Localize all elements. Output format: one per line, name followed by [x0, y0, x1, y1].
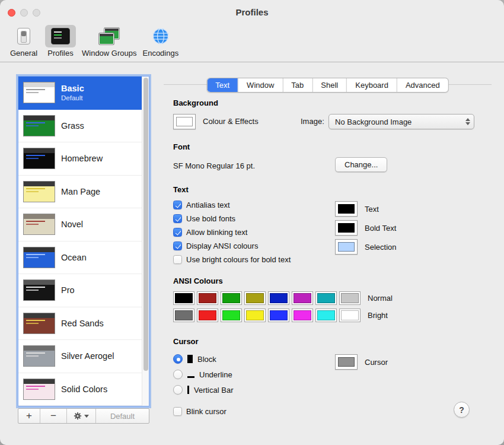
tab-tab[interactable]: Tab [282, 78, 312, 92]
ansi-swatch-normal-0[interactable] [173, 291, 194, 305]
blink-cursor-option[interactable]: Blink cursor [173, 405, 227, 418]
color-well-selection[interactable] [335, 239, 358, 255]
ansi-swatch-color [246, 293, 264, 303]
profile-row-homebrew[interactable]: Homebrew [18, 142, 149, 176]
window-controls [8, 9, 40, 17]
tab-shell[interactable]: Shell [312, 78, 346, 92]
ansi-swatch-bright-7[interactable] [339, 309, 361, 322]
minimize-button[interactable] [20, 9, 28, 17]
radio-button[interactable] [173, 370, 183, 379]
ansi-swatch-bright-5[interactable] [292, 309, 313, 322]
change-font-button[interactable]: Change... [335, 157, 387, 172]
radio-label: Block [197, 355, 216, 364]
tab-text[interactable]: Text [207, 78, 238, 92]
ansi-swatch-bright-1[interactable] [197, 309, 218, 322]
close-button[interactable] [8, 9, 15, 17]
text-checkbox-group: Antialias textUse bold fontsAllow blinki… [173, 198, 291, 266]
ansi-row-normal: Normal [173, 291, 393, 305]
ansi-swatch-normal-4[interactable] [268, 291, 289, 305]
background-colour-well[interactable] [173, 114, 196, 129]
option-use-bright-colours-for-bold-text[interactable]: Use bright colours for bold text [173, 253, 291, 266]
set-default-button[interactable]: Default [96, 409, 149, 423]
thumbnail-text-line [26, 155, 45, 156]
ansi-swatch-normal-1[interactable] [197, 291, 218, 305]
profile-row-grass[interactable]: Grass [18, 110, 149, 143]
option-antialias-text[interactable]: Antialias text [173, 198, 291, 212]
remove-profile-button[interactable]: − [40, 409, 67, 423]
checkbox[interactable] [173, 214, 182, 223]
toolbar-item-general[interactable]: General [8, 25, 39, 58]
ansi-swatch-color [199, 310, 216, 320]
chevron-down-icon [84, 415, 89, 418]
profile-thumbnail [23, 313, 55, 334]
ansi-row-bright: Bright [173, 308, 393, 322]
checkbox[interactable] [173, 228, 182, 237]
checkbox[interactable] [173, 255, 182, 264]
ansi-swatch-bright-6[interactable] [315, 309, 337, 322]
cursor-option-underline[interactable]: Underline [173, 367, 233, 382]
profile-label: Novel [61, 220, 83, 229]
tab-window[interactable]: Window [238, 78, 282, 92]
color-well-bold-text[interactable] [335, 220, 358, 236]
toolbar-item-profiles[interactable]: Profiles [45, 25, 76, 58]
zoom-button[interactable] [33, 9, 40, 17]
profile-label: Ocean [61, 253, 87, 262]
option-display-ansi-colours[interactable]: Display ANSI colours [173, 239, 291, 253]
ansi-swatch-normal-7[interactable] [339, 291, 361, 305]
toolbar-item-window-groups[interactable]: Window Groups [82, 25, 136, 58]
option-use-bold-fonts[interactable]: Use bold fonts [173, 212, 291, 225]
thumbnail-text-line [26, 389, 39, 390]
help-button[interactable]: ? [454, 402, 470, 418]
add-profile-button[interactable]: + [18, 409, 40, 423]
thumbnail-titlebar [24, 214, 55, 219]
ansi-swatch-bright-3[interactable] [244, 309, 266, 322]
ansi-swatch-bright-4[interactable] [268, 309, 289, 322]
thumbnail-text-line [26, 158, 39, 159]
profile-subtitle: Default [61, 94, 84, 101]
profile-row-ocean[interactable]: Ocean [18, 241, 149, 275]
toolbar-label-profiles: Profiles [47, 49, 73, 58]
profile-row-silver-aerogel[interactable]: Silver Aerogel [18, 340, 149, 373]
radio-button[interactable] [173, 354, 183, 364]
ansi-swatch-bright-0[interactable] [173, 309, 194, 322]
cursor-colour-well[interactable] [335, 354, 358, 370]
profile-list: BasicDefaultGrassHomebrewMan PageNovelOc… [18, 76, 149, 406]
cursor-option-block[interactable]: Block [173, 351, 233, 367]
ansi-swatch-normal-5[interactable] [292, 291, 313, 305]
option-allow-blinking-text[interactable]: Allow blinking text [173, 225, 291, 239]
ansi-swatch-color [317, 310, 335, 320]
checkbox-label: Antialias text [186, 201, 230, 209]
checkbox[interactable] [173, 241, 182, 250]
ansi-swatch-normal-3[interactable] [244, 291, 266, 305]
well-row-selection: Selection [335, 237, 396, 256]
ansi-swatch-bright-2[interactable] [221, 309, 242, 322]
window-groups-icon [94, 25, 125, 47]
profile-row-red-sands[interactable]: Red Sands [18, 307, 149, 341]
profile-row-solid-colors[interactable]: Solid Colors [18, 373, 149, 406]
thumbnail-text-line [26, 92, 39, 93]
profile-row-man-page[interactable]: Man Page [18, 176, 149, 209]
tab-advanced[interactable]: Advanced [397, 78, 448, 92]
ansi-swatch-normal-2[interactable] [221, 291, 242, 305]
cursor-option-vertical-bar[interactable]: Vertical Bar [173, 382, 233, 398]
ansi-swatch-color [270, 293, 288, 303]
scrollbar-track[interactable] [142, 77, 149, 406]
profile-actions-button[interactable] [67, 409, 96, 423]
ansi-swatch-normal-6[interactable] [315, 291, 337, 305]
tab-keyboard[interactable]: Keyboard [346, 78, 397, 92]
background-image-dropdown[interactable]: No Background Image [328, 114, 474, 129]
profile-row-novel[interactable]: Novel [18, 208, 149, 241]
profile-row-basic[interactable]: BasicDefault [18, 77, 149, 110]
checkbox[interactable] [173, 201, 182, 209]
color-well-label: Bold Text [365, 224, 396, 233]
ansi-swatch-color [294, 293, 311, 303]
background-colour-swatch [176, 117, 193, 126]
cursor-bar-icon [187, 386, 189, 394]
profile-row-pro[interactable]: Pro [18, 274, 149, 307]
scrollbar-thumb[interactable] [143, 78, 148, 371]
color-well-text[interactable] [335, 201, 358, 217]
thumbnail-text-line [26, 290, 39, 291]
blink-cursor-checkbox[interactable] [173, 407, 182, 416]
toolbar-item-encodings[interactable]: Encodings [142, 25, 178, 58]
radio-button[interactable] [173, 385, 183, 395]
